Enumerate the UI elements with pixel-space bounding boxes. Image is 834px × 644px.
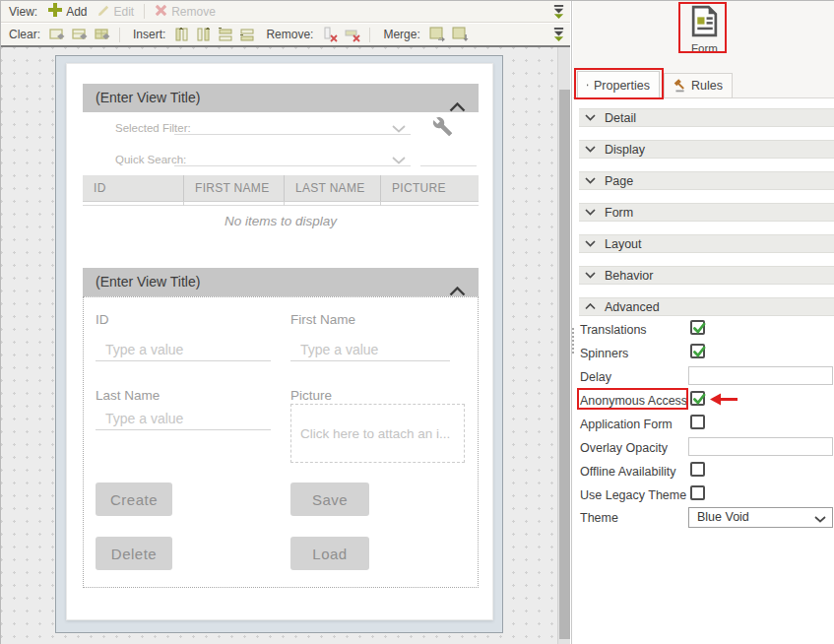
tab-rules[interactable]: Rules <box>664 73 733 98</box>
clear-table-button[interactable] <box>92 26 114 44</box>
tab-properties[interactable]: Properties <box>577 71 660 98</box>
insert-column-right-button[interactable] <box>193 25 215 44</box>
clear-contents-icon <box>49 28 66 42</box>
tab-rules-label: Rules <box>691 79 723 93</box>
double-chevron-down-icon <box>552 27 565 42</box>
application-form-checkbox[interactable] <box>690 415 705 429</box>
form-surface[interactable]: (Enter View Title) Selected Filter: Quic… <box>66 63 493 620</box>
panel-splitter-grip[interactable] <box>572 328 574 354</box>
properties-tag-icon <box>587 78 589 93</box>
theme-label: Theme <box>580 509 618 527</box>
toolbar-expand-button-2[interactable] <box>552 27 565 45</box>
merge-down-icon <box>452 27 469 42</box>
remove-row-icon <box>345 27 361 42</box>
section-label: Advanced <box>605 300 660 314</box>
canvas-vertical-scrollbar[interactable] <box>557 47 570 644</box>
remove-column-button[interactable] <box>319 25 342 44</box>
remove-view-label: Remove <box>171 5 216 19</box>
column-header[interactable]: FIRST NAME <box>184 175 285 201</box>
application-form-label: Application Form <box>580 416 673 433</box>
section-detail[interactable]: Detail <box>579 108 834 127</box>
anonymous-access-checkbox[interactable] <box>690 391 705 406</box>
merge-right-icon <box>429 27 446 42</box>
insert-row-below-button[interactable] <box>236 25 258 44</box>
list-view-header[interactable]: (Enter View Title) <box>83 84 479 112</box>
spinners-label: Spinners <box>580 345 628 362</box>
theme-select[interactable]: Blue Void <box>688 507 833 528</box>
scrollbar-thumb[interactable] <box>559 90 570 639</box>
selected-object[interactable]: Form <box>682 5 727 54</box>
filter-settings-wrench-icon[interactable] <box>432 116 453 141</box>
section-layout[interactable]: Layout <box>579 234 834 253</box>
edit-pencil-icon <box>97 4 110 20</box>
first-name-field-input[interactable] <box>290 338 450 361</box>
toolbar-expand-button[interactable] <box>552 4 565 23</box>
item-view-header[interactable]: (Enter View Title) <box>83 268 479 296</box>
last-name-field-input[interactable] <box>96 407 271 430</box>
load-button[interactable]: Load <box>290 537 369 570</box>
delay-label: Delay <box>580 368 611 386</box>
theme-select-value: Blue Void <box>697 510 749 524</box>
list-header-row[interactable]: ID FIRST NAME LAST NAME PICTURE <box>83 175 479 202</box>
delete-button[interactable]: Delete <box>96 537 172 570</box>
section-page[interactable]: Page <box>579 171 834 190</box>
section-label: Display <box>605 143 645 157</box>
view-toolbar-label: View: <box>9 5 37 19</box>
first-name-field-label: First Name <box>290 312 355 327</box>
remove-view-button[interactable]: Remove <box>150 2 221 22</box>
chevron-down-icon <box>585 272 596 279</box>
delay-input[interactable] <box>688 366 833 385</box>
clear-contents-button[interactable] <box>46 26 69 44</box>
id-field-input[interactable] <box>96 338 271 361</box>
column-header[interactable]: LAST NAME <box>285 175 381 201</box>
insert-column-left-icon <box>174 27 190 42</box>
form-design-canvas[interactable]: (Enter View Title) Selected Filter: Quic… <box>55 55 503 633</box>
section-label: Detail <box>605 111 636 125</box>
empty-list-message: No items to display <box>83 214 479 228</box>
add-view-button[interactable]: Add <box>43 1 92 22</box>
use-legacy-theme-checkbox[interactable] <box>690 485 705 500</box>
search-dropdown-chevron-icon[interactable] <box>392 151 406 168</box>
offline-availability-checkbox[interactable] <box>690 462 705 477</box>
overlay-opacity-input[interactable] <box>688 437 833 456</box>
app-root: View: Add Edit Remove Clear: Insert: Rem… <box>0 0 834 644</box>
clear-group-label: Clear: <box>9 28 40 41</box>
clear-table-icon <box>95 28 111 42</box>
edit-view-button[interactable]: Edit <box>93 2 140 22</box>
quick-search-input[interactable] <box>174 147 411 166</box>
column-header[interactable]: PICTURE <box>381 175 479 201</box>
insert-row-above-button[interactable] <box>215 25 236 44</box>
filter-dropdown-chevron-icon[interactable] <box>392 119 406 137</box>
check-icon <box>691 344 707 359</box>
table-toolbar: Clear: Insert: Remove: Merge: <box>1 24 570 45</box>
rules-gavel-icon <box>674 79 686 94</box>
merge-right-button[interactable] <box>426 25 449 44</box>
selected-object-label: Form <box>682 42 727 54</box>
section-display[interactable]: Display <box>579 140 834 159</box>
save-button[interactable]: Save <box>290 483 369 516</box>
column-header[interactable]: ID <box>83 175 184 201</box>
toolbar-separator <box>119 28 120 42</box>
translations-checkbox[interactable] <box>690 320 705 335</box>
selected-filter-input[interactable] <box>174 115 411 135</box>
create-button[interactable]: Create <box>96 483 172 516</box>
spinners-checkbox[interactable] <box>690 344 705 358</box>
anonymous-access-label: Anonymous Access <box>580 392 687 410</box>
remove-row-button[interactable] <box>342 25 364 44</box>
clear-row-icon <box>72 28 89 42</box>
insert-row-above-icon <box>218 27 233 42</box>
insert-column-left-button[interactable] <box>171 25 193 44</box>
annotation-arrow-left-icon <box>709 392 739 407</box>
remove-column-icon <box>322 27 339 42</box>
clear-row-button[interactable] <box>69 26 92 44</box>
merge-down-button[interactable] <box>449 25 472 44</box>
toolbar-separator <box>369 28 370 42</box>
insert-group-label: Insert: <box>133 28 165 41</box>
section-form[interactable]: Form <box>579 203 834 222</box>
chevron-down-icon <box>585 177 596 184</box>
section-advanced[interactable]: Advanced <box>579 297 834 316</box>
section-behavior[interactable]: Behavior <box>579 266 834 285</box>
picture-attachment-box[interactable]: Click here to attach an i... <box>290 404 465 463</box>
chevron-down-icon <box>585 146 596 153</box>
search-button-underline <box>420 165 477 166</box>
